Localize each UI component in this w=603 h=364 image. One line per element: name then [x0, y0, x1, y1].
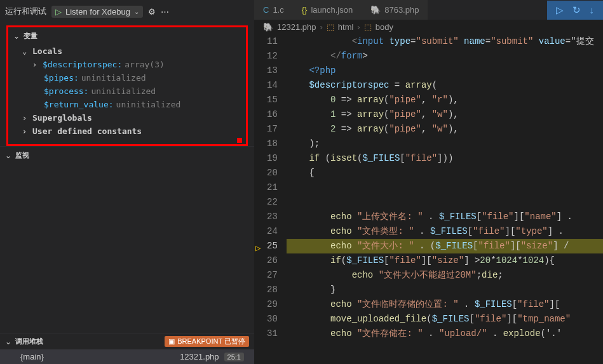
gear-icon[interactable]: ⚙ — [148, 7, 156, 17]
userconst-scope[interactable]: › User defined constants — [8, 125, 246, 138]
variable-row[interactable]: › $descriptorspec: array(3) — [8, 58, 246, 71]
chevron-down-icon: ⌄ — [22, 47, 30, 56]
breadcrumb-item[interactable]: html — [338, 22, 354, 32]
chevron-down-icon[interactable]: ⌄ — [134, 8, 139, 15]
chevron-right-icon: › — [357, 22, 360, 32]
chevron-down-icon: ⌄ — [5, 151, 13, 160]
highlight-marker — [237, 138, 242, 143]
breakpoint-status: ▣ BREAKPOINT 已暂停 — [165, 336, 249, 347]
c-file-icon: C — [263, 5, 269, 15]
locals-scope[interactable]: ⌄ Locals — [8, 44, 246, 58]
chevron-right-icon: › — [320, 22, 322, 32]
code-line[interactable]: echo "文件类型: " . $_FILES["file"]["type"] … — [287, 224, 603, 239]
code-line[interactable]: ); — [287, 137, 603, 151]
code-line[interactable] — [287, 180, 603, 195]
more-icon[interactable]: ⋯ — [161, 7, 169, 17]
code-line[interactable]: </form> — [287, 49, 603, 64]
frame-file: 12321.php — [180, 352, 219, 361]
tab-1c[interactable]: C 1.c — [254, 0, 293, 20]
callstack-header[interactable]: ⌄ 调用堆栈 ▣ BREAKPOINT 已暂停 — [0, 334, 254, 349]
variables-section: ⌄ 变量 ⌄ Locals › $descriptorspec: array(3… — [6, 25, 248, 146]
watch-section: ⌄ 监视 — [0, 146, 254, 164]
code-line[interactable]: $descriptorspec = array( — [287, 78, 603, 93]
code-line[interactable]: <?php — [287, 64, 603, 78]
variables-title: 变量 — [24, 31, 37, 41]
code-line[interactable]: echo "文件存储在: " . "upload/" . explode('.' — [287, 327, 603, 341]
code-line[interactable]: echo "文件大小: " . ($_FILES["file"]["size"]… — [287, 239, 603, 253]
pause-icon: ▣ — [168, 337, 175, 346]
html-tag-icon: ⬚ — [327, 22, 334, 32]
chevron-down-icon: ⌄ — [13, 32, 21, 41]
variable-row[interactable]: $process: uninitialized — [8, 84, 246, 98]
code-editor[interactable]: 111213141516171819202122232425▷262728293… — [254, 34, 603, 364]
code-line[interactable]: if (isset($_FILES["file"])) — [287, 151, 603, 166]
debug-controls: ▷ ↻ ↓ — [547, 1, 604, 20]
callstack-frame[interactable]: {main} 12321.php 25:1 — [0, 349, 254, 364]
code-line[interactable]: echo "上传文件名: " . $_FILES["file"]["name"]… — [287, 210, 603, 224]
code-line[interactable]: <input type="submit" name="submit" value… — [287, 34, 603, 49]
chevron-right-icon: › — [22, 127, 30, 136]
code-line[interactable]: 1 => array("pipe", "w"), — [287, 107, 603, 122]
variable-row[interactable]: $return_value: uninitialized — [8, 98, 246, 111]
line-gutter: 111213141516171819202122232425▷262728293… — [254, 34, 287, 364]
superglobals-scope[interactable]: › Superglobals — [8, 111, 246, 125]
code-line[interactable]: 2 => array("pipe", "w"), — [287, 122, 603, 137]
code-line[interactable]: echo "文件大小不能超过20M";die; — [287, 268, 603, 283]
code-line[interactable]: 0 => array("pipe", "r"), — [287, 93, 603, 107]
frame-name: {main} — [20, 352, 44, 361]
editor-panel: C 1.c {} launch.json 🐘 8763.php ▷ ↻ ↓ 🐘 … — [254, 0, 603, 364]
chevron-right-icon: › — [32, 60, 40, 69]
php-file-icon: 🐘 — [263, 22, 273, 32]
html-tag-icon: ⬚ — [364, 22, 372, 32]
code-line[interactable]: move_uploaded_file($_FILES["file"]["tmp_… — [287, 312, 603, 327]
code-line[interactable]: } — [287, 283, 603, 297]
editor-tabs: C 1.c {} launch.json 🐘 8763.php ▷ ↻ ↓ — [254, 0, 603, 20]
run-debug-label: 运行和调试 — [5, 6, 46, 17]
variables-header[interactable]: ⌄ 变量 — [8, 27, 246, 44]
debug-config-label: Listen for Xdebug — [65, 7, 130, 17]
breadcrumb[interactable]: 🐘 12321.php › ⬚ html › ⬚ body — [254, 20, 603, 34]
code-line[interactable]: if($_FILES["file"]["size"] >20*1024*1024… — [287, 253, 603, 268]
breadcrumb-file: 12321.php — [277, 22, 316, 32]
tab-8763-php[interactable]: 🐘 8763.php — [362, 0, 428, 20]
step-into-icon[interactable]: ↓ — [590, 4, 595, 15]
tab-launch-json[interactable]: {} launch.json — [293, 0, 362, 20]
callstack-section: ⌄ 调用堆栈 ▣ BREAKPOINT 已暂停 {main} 12321.php… — [0, 333, 254, 364]
watch-title: 监视 — [15, 151, 29, 160]
code-line[interactable] — [287, 195, 603, 210]
breakpoint-arrow-icon: ▷ — [255, 241, 261, 256]
breadcrumb-item[interactable]: body — [376, 22, 393, 32]
code-line[interactable]: echo "文件临时存储的位置: " . $_FILES["file"][ — [287, 297, 603, 312]
frame-location: 25:1 — [224, 353, 244, 361]
debug-config-select[interactable]: ▷ Listen for Xdebug ⌄ — [51, 6, 143, 18]
debug-sidebar: 运行和调试 ▷ Listen for Xdebug ⌄ ⚙ ⋯ ⌄ 变量 ⌄ L… — [0, 0, 254, 364]
variable-row[interactable]: $pipes: uninitialized — [8, 71, 246, 84]
play-icon[interactable]: ▷ — [55, 7, 62, 17]
step-over-icon[interactable]: ↻ — [573, 4, 581, 16]
watch-header[interactable]: ⌄ 监视 — [0, 147, 254, 164]
callstack-title: 调用堆栈 — [15, 337, 43, 346]
json-file-icon: {} — [302, 5, 308, 15]
code-area[interactable]: <input type="submit" name="submit" value… — [287, 34, 603, 364]
continue-icon[interactable]: ▷ — [556, 4, 564, 16]
chevron-down-icon: ⌄ — [5, 337, 13, 346]
debug-toolbar: 运行和调试 ▷ Listen for Xdebug ⌄ ⚙ ⋯ — [0, 0, 254, 23]
chevron-right-icon: › — [22, 114, 30, 123]
code-line[interactable]: { — [287, 166, 603, 180]
php-file-icon: 🐘 — [370, 5, 381, 15]
